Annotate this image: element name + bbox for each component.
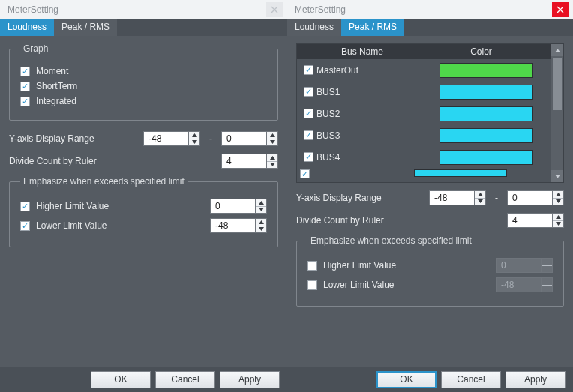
tab-peak-rms[interactable]: Peak / RMS [54, 19, 117, 36]
tab-loudness[interactable]: Loudness [287, 19, 341, 36]
chevron-down-icon [256, 226, 266, 233]
panel-body: Bus Name Color MasterOut BUS1 BUS2 [287, 36, 573, 367]
scroll-up-icon [551, 44, 563, 56]
close-icon [556, 6, 564, 13]
row-checkbox[interactable] [304, 130, 314, 140]
window-title: MeterSetting [292, 4, 552, 15]
chevron-down-icon [267, 139, 278, 146]
tab-peak-rms[interactable]: Peak / RMS [341, 19, 404, 36]
divide-spinner[interactable]: 4 [507, 213, 564, 228]
window-loudness: MeterSetting Loudness Peak / RMS Graph M… [0, 0, 287, 392]
chevron-down-icon [267, 162, 278, 169]
row-checkbox[interactable] [304, 109, 314, 118]
divide-row: Divide Count by Ruler 4 [9, 154, 278, 169]
table-scrollbar[interactable] [551, 44, 563, 182]
chevron-up-icon [267, 132, 278, 139]
header-bus-name: Bus Name [314, 46, 411, 57]
higher-limit-checkbox[interactable] [308, 261, 317, 271]
graph-item-shortterm[interactable]: ShortTerm [20, 81, 267, 91]
graph-legend: Graph [20, 43, 51, 54]
graph-item-integrated[interactable]: Integrated [20, 96, 267, 106]
higher-limit-spinner: 0 [496, 258, 553, 273]
chevron-up-icon [189, 132, 200, 139]
tabs: Loudness Peak / RMS [287, 19, 573, 36]
chevron-up-icon [256, 219, 266, 226]
close-button[interactable] [552, 2, 568, 17]
row-checkbox[interactable] [304, 152, 314, 162]
yaxis-max-spinner[interactable]: 0 [221, 131, 278, 146]
higher-limit-row: Higher Limit Value 0 [308, 258, 553, 273]
higher-limit-checkbox[interactable] [20, 202, 30, 211]
chevron-down-icon [553, 221, 563, 228]
dialog-footer: OK Cancel Apply [287, 367, 573, 392]
table-row-partial [297, 168, 563, 178]
emphasize-legend: Emphasize when exceeds specified limit [20, 176, 188, 187]
chevron-down-icon [553, 199, 563, 205]
chevron-up-icon [475, 191, 485, 199]
emphasize-group: Emphasize when exceeds specified limit H… [9, 176, 278, 247]
apply-button[interactable]: Apply [220, 371, 280, 388]
yaxis-min-spinner[interactable]: -48 [429, 190, 486, 205]
lower-limit-row: Lower Limit Value -48 [20, 218, 267, 233]
ok-button[interactable]: OK [376, 371, 436, 388]
table-row: BUS2 [297, 103, 563, 124]
table-body: MasterOut BUS1 BUS2 BUS3 [297, 59, 563, 182]
lower-limit-checkbox[interactable] [308, 280, 317, 290]
chevron-up-icon [553, 191, 563, 199]
color-swatch[interactable] [440, 128, 532, 143]
bus-table: Bus Name Color MasterOut BUS1 BUS2 [296, 43, 564, 183]
table-row: MasterOut [297, 59, 563, 81]
table-row: BUS1 [297, 81, 563, 103]
chevron-up-icon [256, 199, 266, 207]
color-swatch[interactable] [440, 106, 532, 121]
yaxis-row: Y-axis Display Range -48 - 0 [296, 190, 564, 205]
checkbox-icon [20, 97, 30, 106]
row-checkbox[interactable] [304, 65, 314, 75]
tab-loudness[interactable]: Loudness [0, 19, 54, 36]
color-swatch[interactable] [440, 85, 532, 100]
table-header: Bus Name Color [297, 44, 563, 59]
chevron-down-icon [256, 207, 266, 214]
emphasize-group: Emphasize when exceeds specified limit H… [296, 235, 564, 307]
titlebar: MeterSetting [0, 0, 287, 19]
lower-limit-checkbox[interactable] [20, 221, 30, 231]
apply-button[interactable]: Apply [506, 371, 566, 388]
header-color: Color [411, 46, 563, 57]
lower-limit-spinner: -48 [496, 277, 553, 292]
scroll-down-icon [551, 170, 563, 182]
window-title: MeterSetting [4, 4, 266, 15]
checkbox-icon [20, 67, 30, 76]
ok-button[interactable]: OK [91, 371, 151, 388]
titlebar: MeterSetting [287, 0, 573, 19]
cancel-button[interactable]: Cancel [441, 371, 501, 388]
scroll-thumb[interactable] [553, 58, 562, 110]
graph-group: Graph Moment ShortTerm Integrated [9, 43, 278, 121]
divide-spinner[interactable]: 4 [221, 154, 278, 169]
cancel-button[interactable]: Cancel [155, 371, 215, 388]
yaxis-row: Y-axis Display Range -48 - 0 [9, 131, 278, 146]
lower-limit-spinner[interactable]: -48 [210, 218, 267, 233]
emphasize-legend: Emphasize when exceeds specified limit [308, 235, 475, 246]
chevron-down-icon [189, 139, 200, 146]
color-swatch[interactable] [440, 63, 532, 78]
chevron-up-icon [267, 154, 278, 162]
color-swatch[interactable] [440, 150, 532, 165]
chevron-down-icon [475, 199, 485, 205]
window-peak: MeterSetting Loudness Peak / RMS Bus Nam… [287, 0, 573, 392]
yaxis-max-spinner[interactable]: 0 [507, 190, 564, 205]
color-swatch[interactable] [414, 169, 507, 177]
higher-limit-spinner[interactable]: 0 [210, 199, 267, 214]
divide-row: Divide Count by Ruler 4 [296, 213, 564, 228]
dialog-footer: OK Cancel Apply [0, 367, 287, 392]
close-icon [271, 6, 278, 13]
row-checkbox[interactable] [304, 87, 314, 97]
checkbox-icon [20, 82, 30, 91]
close-button[interactable] [266, 2, 283, 17]
yaxis-min-spinner[interactable]: -48 [143, 131, 200, 146]
graph-item-moment[interactable]: Moment [20, 66, 267, 76]
lower-limit-row: Lower Limit Value -48 [308, 277, 553, 292]
row-checkbox[interactable] [300, 169, 310, 178]
tabs: Loudness Peak / RMS [0, 19, 287, 36]
higher-limit-row: Higher Limit Value 0 [20, 199, 267, 214]
chevron-up-icon [553, 214, 563, 221]
